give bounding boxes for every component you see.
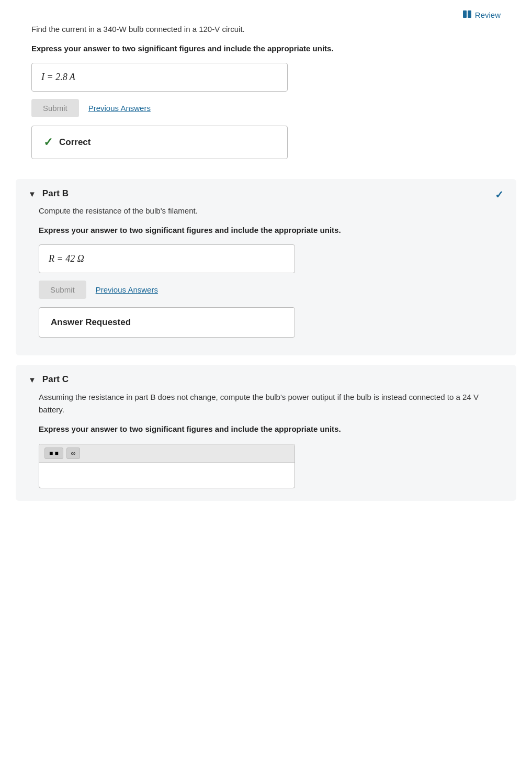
- part-a-answer-value: I = 2.8 A: [41, 72, 75, 82]
- part-c-input-area: ■ ■ ∞: [39, 444, 295, 488]
- format-icon: ■ ■: [49, 450, 59, 457]
- part-c-instruction: Express your answer to two significant f…: [39, 423, 493, 435]
- part-a-section: Find the current in a 340-W bulb connect…: [0, 24, 532, 170]
- svg-rect-0: [463, 10, 467, 18]
- part-c-title: Part C: [42, 374, 69, 385]
- part-b-answer-box: R = 42 Ω: [39, 244, 295, 273]
- chevron-c-down-icon[interactable]: ▼: [28, 375, 36, 384]
- symbol-icon: ∞: [71, 450, 76, 457]
- part-c-body: Assuming the resistance in part B does n…: [16, 391, 516, 488]
- part-b-title: Part B: [42, 188, 69, 199]
- part-a-question: Find the current in a 340-W bulb connect…: [31, 24, 501, 36]
- part-b-status-label: Answer Requested: [51, 317, 131, 328]
- toolbar-symbol-btn[interactable]: ∞: [66, 447, 81, 459]
- part-b-submit-button[interactable]: Submit: [39, 281, 86, 299]
- part-b-header: ▼ Part B ✓: [16, 179, 516, 205]
- part-c-header: ▼ Part C: [16, 365, 516, 391]
- part-b-answer-value: R = 42 Ω: [49, 253, 84, 264]
- chevron-down-icon[interactable]: ▼: [28, 189, 36, 198]
- part-c-input-field[interactable]: [39, 463, 295, 488]
- part-b-question: Compute the resistance of the bulb's fil…: [39, 205, 493, 217]
- review-label: Review: [475, 10, 501, 19]
- part-b-section: ▼ Part B ✓ Compute the resistance of the…: [16, 179, 516, 355]
- review-link[interactable]: Review: [462, 9, 501, 20]
- part-c-question: Assuming the resistance in part B does n…: [39, 391, 493, 416]
- input-toolbar: ■ ■ ∞: [39, 444, 295, 463]
- part-b-instruction: Express your answer to two significant f…: [39, 225, 493, 237]
- toolbar-format-btn[interactable]: ■ ■: [44, 447, 63, 459]
- page-wrapper: Review Find the current in a 340-W bulb …: [0, 0, 532, 772]
- checkmark-icon: ✓: [43, 136, 53, 149]
- part-b-status-box: Answer Requested: [39, 307, 295, 338]
- part-a-submit-row: Submit Previous Answers: [31, 99, 501, 117]
- part-a-status-box: ✓ Correct: [31, 126, 288, 159]
- part-a-prev-answers-link[interactable]: Previous Answers: [88, 104, 151, 113]
- book-icon: [462, 9, 472, 20]
- part-b-body: Compute the resistance of the bulb's fil…: [16, 205, 516, 338]
- svg-rect-1: [468, 10, 471, 18]
- part-a-answer-box: I = 2.8 A: [31, 63, 288, 92]
- part-b-prev-answers-link[interactable]: Previous Answers: [96, 285, 158, 294]
- checkmark-blue-icon: ✓: [495, 188, 504, 201]
- part-c-section: ▼ Part C Assuming the resistance in part…: [16, 365, 516, 501]
- part-a-instruction: Express your answer to two significant f…: [31, 43, 501, 55]
- top-bar: Review: [0, 0, 532, 24]
- part-a-status-label: Correct: [59, 137, 90, 148]
- part-b-submit-row: Submit Previous Answers: [39, 281, 493, 299]
- part-a-submit-button[interactable]: Submit: [31, 99, 79, 117]
